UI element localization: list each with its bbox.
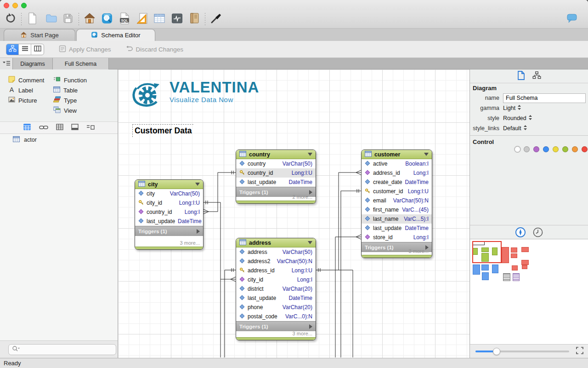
color-dot[interactable] [562, 146, 568, 152]
triggers-bar[interactable]: Triggers (1) [135, 226, 203, 236]
expand-arrow-icon[interactable] [309, 324, 312, 329]
search-input[interactable] [21, 346, 116, 353]
new-document-button[interactable] [25, 12, 39, 26]
home-button[interactable] [83, 12, 96, 26]
zoom-button[interactable] [21, 3, 27, 8]
diagram-design-button[interactable] [135, 12, 149, 26]
sql-editor-button[interactable]: SQL [118, 12, 131, 26]
structure-tab-icon[interactable] [532, 71, 541, 81]
grid-filter-button[interactable] [56, 124, 63, 132]
table-field-row[interactable]: last_updateDateTime [236, 293, 316, 303]
table-field-row[interactable]: districtVarChar(20) [236, 284, 316, 293]
gamma-dropdown[interactable]: Light [503, 104, 521, 112]
table-header[interactable]: country [236, 150, 316, 159]
table-button[interactable] [153, 12, 166, 26]
discard-changes-button[interactable]: Discard Changes [126, 46, 184, 53]
more-fields-label[interactable]: 3 more... [293, 331, 312, 336]
close-button[interactable] [4, 3, 9, 8]
chevron-down-icon[interactable] [195, 183, 200, 186]
palette-item-table[interactable]: Table [53, 86, 78, 94]
diagram-minimap[interactable] [470, 240, 588, 344]
more-fields-label[interactable]: 2 more... [293, 194, 312, 200]
object-list-item-actor[interactable]: actor [0, 134, 118, 145]
table-field-row[interactable]: addressVarChar(50) [236, 247, 316, 257]
apply-changes-button[interactable]: Apply Changes [59, 45, 111, 54]
chevron-down-icon[interactable] [424, 153, 429, 156]
palette-item-view[interactable]: View [53, 106, 77, 115]
chevron-down-icon[interactable] [308, 241, 312, 244]
zoom-slider-thumb[interactable] [493, 348, 500, 355]
diagram-table-city[interactable]: citycityVarChar(50)city_idLong:I:Ucountr… [135, 179, 204, 250]
column-view-button[interactable] [31, 44, 44, 55]
table-field-row[interactable]: cityVarChar(50) [135, 189, 203, 198]
tab-schema-editor[interactable]: Schema Editor [76, 29, 155, 41]
navigator-compass-icon[interactable] [515, 227, 526, 239]
style_links-dropdown[interactable]: Default [503, 125, 527, 132]
style-dropdown[interactable]: Rounded [503, 115, 532, 122]
diagram-view-button[interactable] [6, 44, 19, 55]
palette-item-function[interactable]: Function [53, 76, 87, 84]
diagram-table-country[interactable]: countrycountryVarChar(50)country_idLong:… [236, 150, 316, 204]
palette-item-picture[interactable]: Picture [8, 96, 37, 104]
color-dot-selected[interactable] [514, 146, 521, 153]
minimap-viewport[interactable] [472, 241, 502, 263]
table-field-row[interactable]: countryVarChar(50) [236, 159, 316, 168]
search-box[interactable] [8, 344, 116, 355]
diagram-table-customer[interactable]: customeractiveBoolean:Iaddress_idLong:Ic… [361, 150, 432, 258]
panel-menu-button[interactable] [0, 58, 13, 69]
color-dot[interactable] [533, 146, 539, 152]
links-filter-button[interactable] [39, 124, 48, 132]
triggers-bar[interactable]: Triggers (1) [236, 321, 316, 331]
palette-item-label[interactable]: ALabel [8, 86, 33, 94]
table-field-row[interactable]: address_idLong:I:U [236, 266, 316, 275]
palette-item-type[interactable]: Type [53, 96, 77, 104]
tab-start-page[interactable]: Start Page [4, 29, 75, 41]
table-field-row[interactable]: postal_codeVarC...0):N [236, 312, 316, 321]
list-filter-button[interactable] [86, 124, 95, 132]
color-dot[interactable] [524, 146, 530, 152]
tab-diagrams[interactable]: Diagrams [13, 58, 53, 69]
table-field-row[interactable]: address_idLong:I [362, 168, 432, 178]
history-clock-icon[interactable] [533, 227, 543, 239]
color-dot[interactable] [582, 146, 588, 152]
valentina-logo[interactable]: VALENTINA Visualize Data Now [131, 80, 259, 110]
table-field-row[interactable]: last_nameVarC...5):I [362, 214, 432, 224]
more-fields-label[interactable]: 3 more... [409, 248, 429, 254]
undo-button[interactable] [4, 12, 17, 26]
more-fields-label[interactable]: 3 more... [180, 240, 200, 246]
chevron-down-icon[interactable] [308, 153, 312, 156]
properties-tab-icon[interactable] [517, 71, 525, 82]
report-button[interactable] [187, 12, 201, 26]
server-monitor-button[interactable] [170, 12, 184, 26]
color-dot[interactable] [543, 146, 549, 152]
diagram-table-address[interactable]: addressaddressVarChar(50)address2VarChar… [236, 238, 316, 340]
brush-button[interactable] [209, 12, 223, 26]
feedback-button[interactable] [565, 12, 579, 26]
table-field-row[interactable]: address2VarChar(50):N [236, 257, 316, 266]
color-dot[interactable] [572, 146, 578, 152]
table-field-row[interactable]: city_idLong:I [236, 275, 316, 284]
table-field-row[interactable]: country_idLong:I [135, 207, 203, 217]
list-view-button[interactable] [19, 44, 31, 55]
title-bar[interactable] [0, 0, 588, 10]
table-header[interactable]: address [236, 238, 316, 247]
tables-filter-button[interactable] [23, 123, 31, 132]
minimize-button[interactable] [12, 3, 18, 8]
table-header[interactable]: customer [362, 150, 432, 159]
name-input[interactable] [503, 93, 586, 103]
open-button[interactable] [45, 12, 58, 26]
expand-arrow-icon[interactable] [197, 229, 200, 234]
expand-arrow-icon[interactable] [309, 190, 312, 195]
table-field-row[interactable]: last_updateDateTime [236, 178, 316, 187]
panel-filter-button[interactable] [71, 124, 79, 132]
table-field-row[interactable]: last_updateDateTime [362, 224, 432, 233]
diagram-canvas[interactable]: VALENTINA Visualize Data Now Customer Da… [118, 69, 469, 358]
color-dot[interactable] [553, 146, 559, 152]
fit-to-window-button[interactable] [576, 346, 584, 356]
table-field-row[interactable]: create_dateDateTime [362, 178, 432, 187]
table-field-row[interactable]: activeBoolean:I [362, 159, 432, 168]
schema-editor-button[interactable] [100, 12, 114, 26]
table-field-row[interactable]: customer_idLong:I:U [362, 187, 432, 196]
table-field-row[interactable]: city_idLong:I:U [135, 198, 203, 207]
table-header[interactable]: city [135, 180, 203, 189]
